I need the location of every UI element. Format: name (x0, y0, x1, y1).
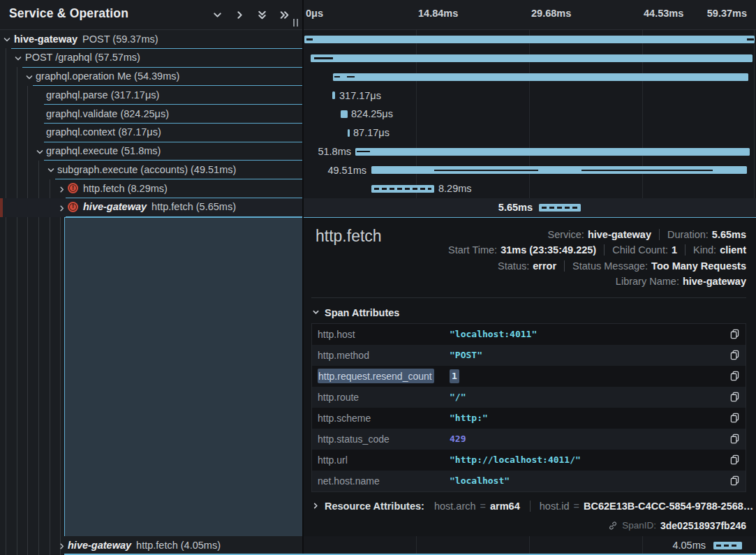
span-row-graphql-execute[interactable]: graphql.execute (51.8ms) (0, 142, 303, 161)
span-row-post-graphql[interactable]: POST /graphql (57.57ms) (0, 49, 303, 68)
span-row-subgraph-execute[interactable]: subgraph.execute (accounts) (49.51ms) (0, 161, 303, 179)
span-bar-validate[interactable] (341, 110, 348, 118)
timeline-tick: 44.53ms (644, 8, 683, 19)
chevron-right-icon[interactable] (58, 542, 66, 551)
meta-duration: Duration:5.65ms (659, 229, 746, 240)
attribute-row-selected: http.request.resend_count 1 (312, 366, 746, 387)
span-label: http.fetch (4.05ms) (136, 540, 221, 551)
span-row-graphql-context[interactable]: graphql.context (87.17μs) (0, 124, 303, 142)
copy-button[interactable] (730, 329, 739, 339)
duration-label-selected: 5.65ms (498, 202, 533, 213)
span-bar-execute[interactable] (355, 148, 750, 156)
span-bar-context[interactable] (348, 129, 350, 137)
expand-all-icon[interactable] (279, 9, 290, 21)
resource-attr-host-id: host.id = BC62E13B-C4CC-5854-9788-2568… (530, 501, 754, 512)
span-label: graphql.execute (51.8ms) (46, 145, 161, 156)
chevron-right-icon[interactable] (58, 205, 66, 213)
resource-attr-host-arch: host.arch = arm64 (434, 501, 520, 512)
copy-button[interactable] (730, 475, 739, 486)
copy-button[interactable] (730, 350, 739, 360)
trace-viewer: Service & Operation 0μs 14.84ms 29.68ms … (0, 0, 756, 555)
span-label: graphql.context (87.17μs) (46, 126, 161, 138)
span-row-http-fetch-2-selected[interactable]: hive-gatewayhttp.fetch (5.65ms) (0, 198, 303, 217)
error-icon (68, 183, 78, 193)
duration-label: 8.29ms (438, 183, 472, 194)
copy-button[interactable] (730, 454, 739, 465)
chevron-down-icon[interactable] (47, 166, 55, 175)
error-scroll-indicator (0, 198, 3, 217)
bar-self-time-mark (434, 170, 538, 172)
copy-button[interactable] (730, 392, 739, 402)
copy-button[interactable] (730, 434, 739, 444)
chevron-right-icon (312, 502, 320, 510)
grid-line (529, 536, 530, 555)
bar-self-time-mark (306, 38, 313, 40)
collapse-all-icon[interactable] (256, 9, 268, 21)
link-icon[interactable] (608, 521, 618, 531)
panel-resize-handle[interactable] (293, 19, 298, 27)
chevron-down-icon[interactable] (14, 54, 22, 63)
chevron-down-icon[interactable] (3, 36, 11, 44)
span-label: POST /graphql (57.57ms) (25, 52, 140, 63)
meta-library-name: Library Name:hive-gateway (616, 276, 746, 287)
chevron-down-icon[interactable] (25, 73, 34, 82)
span-label: graphql.operation Me (54.39ms) (36, 71, 179, 82)
span-bar-operation-me[interactable] (333, 73, 748, 81)
copy-button[interactable] (730, 371, 739, 381)
span-row-graphql-parse[interactable]: graphql.parse (317.17μs) (0, 86, 303, 105)
span-bar-parse[interactable] (332, 91, 335, 99)
collapse-one-icon[interactable] (212, 9, 223, 21)
indent-guide (38, 161, 39, 555)
span-row-http-fetch-1[interactable]: http.fetch (8.29ms) (0, 179, 303, 198)
bar-self-time-mark (747, 38, 754, 40)
span-bar-root[interactable] (304, 36, 755, 43)
attribute-row: http.scheme "http:" (312, 408, 746, 429)
expand-one-icon[interactable] (234, 9, 246, 21)
timeline-tick: 0μs (306, 8, 323, 19)
bar-self-time-mark (347, 76, 355, 78)
span-bar-http-fetch-1[interactable] (371, 185, 434, 193)
meta-service: Service:hive-gateway (548, 229, 651, 240)
timeline-tick: 29.68ms (531, 8, 571, 19)
grid-line (529, 0, 530, 216)
span-id-row: SpanID: 3de02518937fb246 (608, 520, 746, 531)
span-row-graphql-operation[interactable]: graphql.operation Me (54.39ms) (0, 68, 303, 87)
span-row-hive-gateway-post[interactable]: hive-gatewayPOST (59.37ms) (0, 30, 303, 49)
detail-meta: Service:hive-gateway Duration:5.65ms Sta… (448, 229, 746, 288)
meta-kind: Kind:client (685, 244, 746, 256)
grid-line (754, 0, 755, 216)
grid-line (642, 536, 643, 555)
span-row-graphql-validate[interactable]: graphql.validate (824.25μs) (0, 105, 303, 124)
attribute-row: net.host.name "localhost" (312, 471, 746, 491)
timeline-tick: 59.37ms (707, 8, 747, 19)
service-name: hive-gateway (14, 34, 77, 45)
chevron-down-icon[interactable] (36, 148, 44, 156)
duration-label: 317.17μs (339, 90, 381, 101)
indent-guide (50, 179, 50, 555)
span-bar-http-fetch-3[interactable] (713, 542, 742, 549)
span-id-value: 3de02518937fb246 (660, 520, 746, 531)
bar-self-time-mark (334, 76, 340, 78)
header-bar: Service & Operation 0μs 14.84ms 29.68ms … (0, 0, 756, 30)
attribute-row: http.host "localhost:4011" (312, 324, 746, 345)
attribute-row: http.route "/" (312, 387, 746, 408)
span-label: http.fetch (8.29ms) (83, 183, 168, 194)
chevron-right-icon[interactable] (58, 186, 66, 194)
span-bar-http-fetch-2[interactable] (539, 204, 581, 212)
timeline-tick: 14.84ms (418, 8, 458, 19)
duration-label: 87.17μs (353, 127, 390, 138)
span-row-http-fetch-3[interactable]: hive-gatewayhttp.fetch (4.05ms) (0, 536, 303, 555)
span-attributes-header[interactable]: Span Attributes (312, 307, 399, 318)
copy-button[interactable] (730, 413, 739, 423)
detail-divider (311, 297, 746, 298)
attribute-row: http.method "POST" (312, 345, 746, 366)
span-bar-post-graphql[interactable] (311, 54, 753, 62)
span-label: graphql.parse (317.17μs) (46, 89, 159, 101)
span-label: POST (59.37ms) (82, 34, 158, 45)
span-label: http.fetch (5.65ms) (151, 201, 236, 212)
resource-attributes-header[interactable]: Resource Attributes: host.arch = arm64 h… (312, 501, 753, 512)
grid-line (642, 0, 643, 216)
duration-label: 49.51ms (327, 165, 366, 176)
meta-status: Status:error (498, 260, 556, 272)
span-label: subgraph.execute (accounts) (49.51ms) (57, 164, 236, 175)
